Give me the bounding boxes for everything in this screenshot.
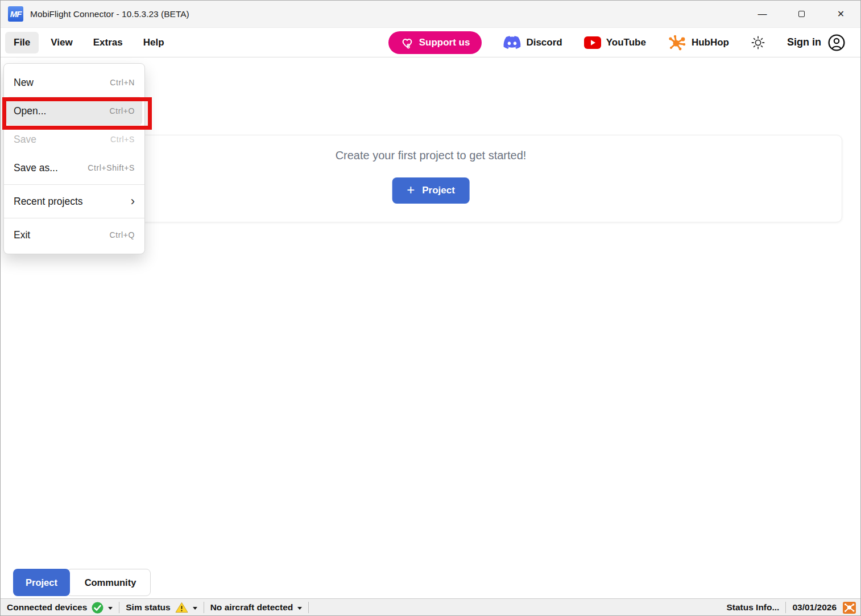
aircraft-status-label: No aircraft detected — [210, 602, 293, 613]
menu-item-label: Exit — [14, 229, 30, 241]
warning-icon — [175, 602, 188, 613]
menu-item-shortcut: Ctrl+N — [110, 78, 135, 87]
sim-status-label: Sim status — [126, 602, 170, 613]
menu-extras[interactable]: Extras — [85, 32, 131, 53]
support-us-label: Support us — [419, 37, 470, 48]
menu-item-shortcut: Ctrl+Q — [110, 230, 135, 239]
menu-separator — [4, 184, 144, 185]
sign-in-button[interactable]: Sign in — [787, 34, 846, 52]
menu-item-label: New — [14, 77, 34, 89]
svg-text:$: $ — [407, 43, 410, 49]
menu-item-new[interactable]: New Ctrl+N — [4, 68, 144, 97]
add-project-button[interactable]: + Project — [392, 177, 470, 204]
statusbar-right: Status Info... 03/01/2026 — [726, 602, 860, 614]
bottom-tabs: Project Community — [13, 569, 151, 596]
mobiflight-orange-icon — [843, 602, 856, 614]
youtube-icon — [584, 36, 601, 49]
minimize-icon: — — [758, 9, 767, 19]
aircraft-status[interactable]: No aircraft detected — [204, 602, 309, 613]
dropdown-arrow-icon — [193, 607, 197, 610]
statusbar-divider — [785, 602, 786, 613]
menu-item-save-as[interactable]: Save as... Ctrl+Shift+S — [4, 154, 144, 182]
toolbar-right: $ Support us Discord YouTube — [388, 31, 846, 54]
maximize-icon — [798, 11, 805, 17]
menu-file[interactable]: File — [5, 32, 39, 53]
menu-view[interactable]: View — [42, 32, 81, 53]
youtube-label: YouTube — [606, 37, 646, 48]
status-date: 03/01/2026 — [792, 602, 837, 613]
annotation-highlight-box — [2, 97, 152, 130]
menu-item-shortcut: Ctrl+S — [110, 135, 135, 144]
toolbar: File View Extras Help $ Support us Disco… — [1, 27, 860, 57]
support-us-button[interactable]: $ Support us — [388, 31, 482, 54]
dropdown-arrow-icon — [108, 607, 113, 610]
status-info-link[interactable]: Status Info... — [726, 602, 779, 613]
discord-link[interactable]: Discord — [503, 36, 562, 49]
add-project-label: Project — [422, 185, 455, 196]
hubhop-icon — [668, 34, 686, 51]
window-title: MobiFlight Connector - 10.5.3.23 (BETA) — [30, 9, 189, 19]
sim-status[interactable]: Sim status — [119, 602, 203, 613]
connected-devices-label: Connected devices — [7, 602, 87, 613]
close-button[interactable]: ✕ — [821, 1, 860, 27]
status-bar: Connected devices Sim status No aircraft… — [1, 598, 860, 616]
close-icon: ✕ — [837, 9, 845, 19]
menu-help[interactable]: Help — [135, 32, 173, 53]
app-logo-icon: MF — [8, 6, 23, 22]
menu-item-exit[interactable]: Exit Ctrl+Q — [4, 221, 144, 249]
discord-label: Discord — [526, 37, 562, 48]
hubhop-label: HubHop — [692, 37, 729, 48]
menu-item-label: Save as... — [14, 162, 58, 174]
app-window: MF MobiFlight Connector - 10.5.3.23 (BET… — [0, 0, 861, 616]
menubar: File View Extras Help — [5, 32, 173, 53]
window-controls: — ✕ — [743, 1, 860, 27]
youtube-link[interactable]: YouTube — [584, 36, 646, 49]
statusbar-divider — [308, 602, 309, 613]
menu-separator — [4, 218, 144, 218]
title-bar: MF MobiFlight Connector - 10.5.3.23 (BET… — [1, 1, 860, 27]
menu-item-label: Recent projects — [14, 196, 83, 208]
hubhop-link[interactable]: HubHop — [668, 34, 729, 51]
sun-icon — [751, 35, 765, 50]
plus-icon: + — [407, 183, 415, 197]
theme-toggle-button[interactable] — [751, 35, 765, 50]
minimize-button[interactable]: — — [743, 1, 782, 27]
connected-devices-status[interactable]: Connected devices — [1, 602, 119, 614]
maximize-button[interactable] — [782, 1, 821, 27]
menu-item-recent-projects[interactable]: Recent projects › — [4, 187, 144, 216]
sign-in-label: Sign in — [787, 36, 821, 48]
check-circle-icon — [92, 602, 104, 614]
discord-icon — [503, 36, 521, 49]
tab-project[interactable]: Project — [13, 569, 70, 596]
tab-community[interactable]: Community — [67, 569, 151, 596]
menu-item-label: Save — [14, 134, 36, 146]
menu-item-shortcut: Ctrl+Shift+S — [88, 163, 135, 172]
heart-dollar-icon: $ — [400, 36, 414, 49]
account-icon — [827, 34, 846, 52]
dropdown-arrow-icon — [297, 607, 302, 610]
chevron-right-icon: › — [131, 195, 135, 208]
file-menu-dropdown: New Ctrl+N Open... Ctrl+O Save Ctrl+S Sa… — [3, 63, 145, 254]
